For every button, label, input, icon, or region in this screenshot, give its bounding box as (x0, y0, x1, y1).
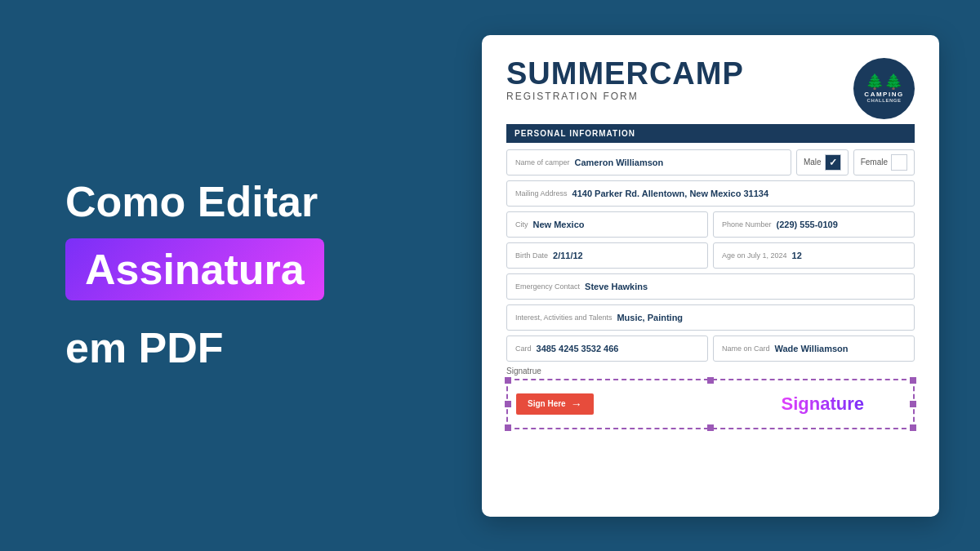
row-name-gender: Name of camper Cameron Williamson Male ✓… (506, 149, 915, 176)
handle-tl (505, 377, 511, 384)
logo-badge: 🌲🌲 CAMPING CHALLENGE (853, 58, 915, 119)
row-city-phone: City New Mexico Phone Number (229) 555-0… (506, 211, 915, 238)
female-checkbox[interactable] (891, 154, 907, 171)
handle-br (910, 424, 916, 431)
emergency-value: Steve Hawkins (585, 282, 648, 291)
emergency-label: Emergency Contact (515, 282, 580, 291)
handle-ml (505, 401, 511, 407)
left-title-line2: em PDF (65, 323, 343, 372)
field-phone: Phone Number (229) 555-0109 (713, 211, 915, 238)
interests-label: Interest, Activities and Talents (515, 313, 612, 322)
age-label: Age on July 1, 2024 (722, 251, 787, 260)
field-name: Name of camper Cameron Williamson (506, 149, 791, 176)
field-address: Mailing Address 4140 Parker Rd. Allentow… (506, 180, 915, 207)
form-header: SUMMERCAMP REGISTRATION FORM 🌲🌲 CAMPING … (506, 58, 915, 119)
field-emergency: Emergency Contact Steve Hawkins (506, 273, 915, 300)
row-birth-age: Birth Date 2/11/12 Age on July 1, 2024 1… (506, 242, 915, 269)
row-interests: Interest, Activities and Talents Music, … (506, 304, 915, 331)
birth-value: 2/11/12 (553, 251, 583, 260)
section-header: PERSONAL INFORMATION (506, 124, 915, 143)
form-card: SUMMERCAMP REGISTRATION FORM 🌲🌲 CAMPING … (482, 35, 939, 517)
city-value: New Mexico (533, 220, 585, 229)
form-subtitle: REGISTRATION FORM (506, 91, 744, 102)
sign-here-button[interactable]: Sign Here (516, 393, 594, 415)
signature-label: Signatrue (506, 367, 915, 375)
field-age: Age on July 1, 2024 12 (713, 242, 915, 269)
field-city: City New Mexico (506, 211, 708, 238)
left-title-highlighted: Assinatura (65, 238, 324, 300)
city-label: City (515, 220, 528, 229)
phone-label: Phone Number (722, 220, 772, 229)
logo-trees: 🌲🌲 (866, 74, 903, 89)
phone-value: (229) 555-0109 (777, 220, 838, 229)
signature-text: Signature (782, 393, 864, 415)
left-title-line1: Como Editar (65, 179, 343, 225)
address-value: 4140 Parker Rd. Allentown, New Mexico 31… (572, 189, 768, 198)
row-address: Mailing Address 4140 Parker Rd. Allentow… (506, 180, 915, 207)
male-label: Male (804, 158, 822, 167)
field-interests: Interest, Activities and Talents Music, … (506, 304, 915, 331)
field-card: Card 3485 4245 3532 466 (506, 335, 708, 362)
name-label: Name of camper (515, 158, 570, 167)
left-panel: Como Editar Assinatura em PDF (0, 130, 392, 421)
gender-female: Female (853, 149, 915, 176)
name-on-card-label: Name on Card (722, 344, 770, 353)
form-title: SUMMERCAMP (506, 58, 744, 89)
handle-bm (707, 424, 714, 431)
name-on-card-value: Wade Williamson (775, 344, 849, 353)
interests-value: Music, Painting (617, 313, 683, 322)
card-label: Card (515, 344, 532, 353)
male-checkbox[interactable]: ✓ (825, 154, 841, 171)
handle-bl (505, 424, 511, 431)
sign-here-label: Sign Here (528, 399, 566, 408)
card-value: 3485 4245 3532 466 (537, 344, 619, 353)
name-value: Cameron Williamson (575, 158, 664, 167)
handle-tr (910, 377, 916, 384)
birth-label: Birth Date (515, 251, 548, 260)
age-value: 12 (792, 251, 802, 260)
row-emergency: Emergency Contact Steve Hawkins (506, 273, 915, 300)
form-title-block: SUMMERCAMP REGISTRATION FORM (506, 58, 744, 110)
row-card: Card 3485 4245 3532 466 Name on Card Wad… (506, 335, 915, 362)
field-name-on-card: Name on Card Wade Williamson (713, 335, 915, 362)
female-label: Female (861, 158, 888, 167)
gender-male: Male ✓ (796, 149, 849, 176)
logo-challenge: CHALLENGE (867, 98, 902, 103)
handle-tm (707, 377, 714, 384)
handle-mr (910, 401, 916, 407)
field-birth: Birth Date 2/11/12 (506, 242, 708, 269)
logo-camping: CAMPING (864, 91, 903, 98)
address-label: Mailing Address (515, 189, 568, 198)
signature-container[interactable]: Sign Here Signature (506, 379, 915, 429)
